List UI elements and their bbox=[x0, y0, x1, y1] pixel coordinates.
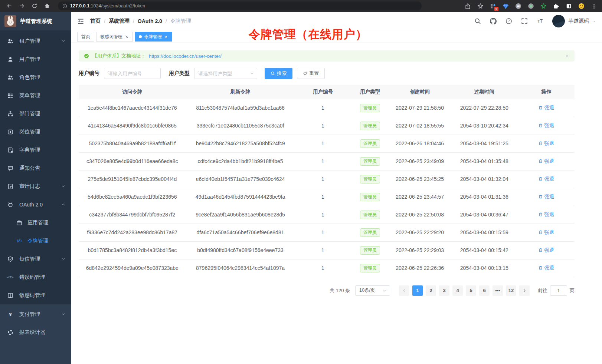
page-button-4[interactable]: 4 bbox=[452, 285, 463, 296]
column-header: 访问令牌 bbox=[79, 85, 186, 99]
browser-menu-button[interactable] bbox=[590, 2, 598, 10]
user-menu[interactable]: 芋道源码 bbox=[552, 15, 596, 27]
address-bar[interactable]: 127.0.0.1:1024/system/oauth2/token bbox=[58, 1, 422, 10]
sidebar-item-OAuth 2.0[interactable]: OAuth 2.0 bbox=[0, 195, 71, 214]
force-logout-button[interactable]: 强退 bbox=[538, 247, 554, 254]
i-post bbox=[7, 129, 13, 135]
alert-close-icon[interactable] bbox=[565, 54, 569, 58]
user-id-cell: 1 bbox=[295, 259, 351, 277]
reset-button[interactable]: 重置 bbox=[297, 68, 325, 79]
sidebar-item-用户管理[interactable]: 用户管理 bbox=[0, 50, 71, 68]
browser-reload-button[interactable] bbox=[30, 1, 39, 11]
force-logout-button[interactable]: 强退 bbox=[538, 140, 554, 147]
user-id-input[interactable] bbox=[104, 68, 161, 79]
extensions-puzzle-button[interactable] bbox=[552, 2, 560, 10]
doc-link[interactable]: https://doc.iocoder.cn/user-center/ bbox=[149, 53, 222, 59]
force-logout-button[interactable]: 强退 bbox=[538, 105, 554, 111]
sidebar-item-字典管理[interactable]: 字典管理 bbox=[0, 141, 71, 159]
refresh-token-cell: b0df4980ffd34c67a08f9156e4eee733 bbox=[186, 241, 295, 259]
prev-page-button[interactable] bbox=[399, 285, 409, 296]
i-org bbox=[7, 111, 13, 117]
extension-gem-icon[interactable] bbox=[502, 2, 509, 10]
force-logout-button[interactable]: 强退 bbox=[538, 193, 554, 200]
i-code bbox=[7, 274, 13, 280]
sidebar-item-报表设计器[interactable]: 报表设计器 bbox=[0, 323, 71, 341]
sidebar-item-应用管理[interactable]: 应用管理 bbox=[0, 214, 71, 232]
extension-window-icon[interactable] bbox=[565, 2, 572, 10]
page-button-6[interactable]: 6 bbox=[479, 285, 490, 296]
url-host: 127.0.0.1 bbox=[70, 3, 89, 9]
page-button-2[interactable]: 2 bbox=[426, 285, 436, 296]
extension-grid-icon[interactable]: 9 bbox=[489, 2, 497, 10]
sidebar-item-错误码管理[interactable]: 错误码管理 bbox=[0, 268, 71, 286]
sidebar-item-部门管理[interactable]: 部门管理 bbox=[0, 105, 71, 123]
share-button[interactable] bbox=[464, 2, 471, 10]
next-page-button[interactable] bbox=[519, 285, 530, 296]
force-logout-button[interactable]: 强退 bbox=[538, 229, 554, 236]
close-icon[interactable] bbox=[164, 35, 168, 39]
created-at-cell: 2022-06-25 23:49:09 bbox=[389, 152, 451, 170]
sidebar-item-租户管理[interactable]: 租户管理 bbox=[0, 32, 71, 50]
close-icon[interactable] bbox=[125, 35, 129, 39]
tab-label: 敏感词管理 bbox=[100, 34, 122, 40]
access-token-cell: b0d1785bc3a8482f812db4a3f3bd15ec bbox=[79, 241, 186, 259]
extension-command-icon[interactable] bbox=[514, 2, 522, 10]
browser-home-button[interactable] bbox=[42, 1, 52, 11]
bookmark-star-button[interactable] bbox=[477, 2, 484, 10]
sidebar-item-支付管理[interactable]: 支付管理 bbox=[0, 305, 71, 323]
sidebar-item-短信管理[interactable]: 短信管理 bbox=[0, 250, 71, 268]
sidebar-item-菜单管理[interactable]: 菜单管理 bbox=[0, 86, 71, 105]
force-logout-button[interactable]: 强退 bbox=[538, 176, 554, 182]
extension-green-star-icon[interactable] bbox=[540, 2, 547, 10]
sidebar-item-角色管理[interactable]: 角色管理 bbox=[0, 68, 71, 86]
browser-forward-button[interactable] bbox=[17, 1, 27, 11]
goto-page-input[interactable] bbox=[550, 285, 567, 296]
force-logout-button[interactable]: 强退 bbox=[538, 158, 554, 165]
force-logout-button[interactable]: 强退 bbox=[538, 265, 554, 271]
breadcrumb-item[interactable]: 系统管理 bbox=[109, 18, 130, 24]
tab-令牌管理[interactable]: 令牌管理 bbox=[135, 32, 172, 42]
sidebar-item-通知公告[interactable]: 通知公告 bbox=[0, 159, 71, 177]
search-button[interactable]: 搜索 bbox=[265, 68, 292, 79]
table-row: b0d1785bc3a8482f812db4a3f3bd15ec b0df498… bbox=[79, 241, 575, 259]
search-icon[interactable] bbox=[474, 18, 481, 24]
i-book bbox=[7, 292, 13, 298]
sidebar-item-令牌管理[interactable]: 令牌管理 bbox=[0, 232, 71, 250]
help-icon[interactable] bbox=[506, 18, 512, 24]
refresh-token-cell: cdfc4ce9c2da4bb1bdf21b9918ff4be5 bbox=[186, 152, 295, 170]
force-logout-button[interactable]: 强退 bbox=[538, 122, 554, 129]
tab-首页[interactable]: 首页 bbox=[77, 32, 94, 42]
sidebar-item-岗位管理[interactable]: 岗位管理 bbox=[0, 123, 71, 141]
sidebar-item-敏感词管理[interactable]: 敏感词管理 bbox=[0, 286, 71, 304]
sidebar-item-label: 支付管理 bbox=[19, 311, 40, 318]
extension-record-icon[interactable] bbox=[527, 2, 534, 10]
url-path: :1024/system/oauth2/token bbox=[89, 3, 145, 9]
page-button-•••[interactable]: ••• bbox=[493, 285, 503, 296]
user-id-cell: 1 bbox=[295, 170, 351, 188]
browser-back-button[interactable] bbox=[4, 1, 14, 11]
sidebar-item-label: 角色管理 bbox=[19, 74, 40, 81]
page-button-5[interactable]: 5 bbox=[466, 285, 476, 296]
page-size-select[interactable] bbox=[355, 285, 390, 296]
trash-icon bbox=[538, 123, 543, 128]
access-token-cell: c342377bf8b344799dcbf7bf095287f2 bbox=[79, 206, 186, 224]
force-logout-button[interactable]: 强退 bbox=[538, 211, 554, 218]
access-token-cell: 502375b8040a469a9b82188afdf6af1f bbox=[79, 135, 186, 152]
app-logo[interactable]: 芋道管理系统 bbox=[0, 12, 71, 30]
page-button-3[interactable]: 3 bbox=[439, 285, 449, 296]
page-button-12[interactable]: 12 bbox=[506, 285, 516, 296]
font-size-icon[interactable] bbox=[537, 18, 543, 24]
fullscreen-icon[interactable] bbox=[521, 18, 528, 24]
breadcrumb-item[interactable]: OAuth 2.0 bbox=[138, 18, 162, 24]
access-token-cell: 6d842e2924594de9a09e45e087323abe bbox=[79, 259, 186, 277]
sidebar-item-审计日志[interactable]: 审计日志 bbox=[0, 177, 71, 195]
browser-profile-avatar[interactable] bbox=[578, 2, 585, 10]
breadcrumb-item[interactable]: 首页 bbox=[90, 18, 101, 24]
page-button-1[interactable]: 1 bbox=[412, 285, 423, 296]
created-at-cell: 2022-06-25 23:44:57 bbox=[389, 188, 451, 206]
tab-敏感词管理[interactable]: 敏感词管理 bbox=[96, 32, 133, 42]
user-type-label: 用户类型 bbox=[169, 70, 190, 77]
github-icon[interactable] bbox=[490, 18, 497, 24]
sidebar-collapse-button[interactable] bbox=[77, 18, 84, 25]
user-type-select[interactable] bbox=[194, 68, 257, 79]
